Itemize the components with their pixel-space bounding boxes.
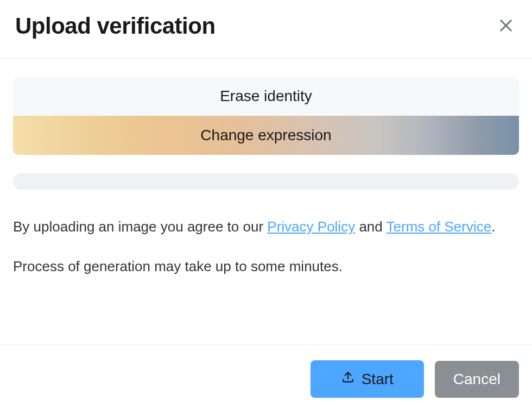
- option-erase-identity[interactable]: Erase identity: [13, 77, 519, 116]
- start-button-label: Start: [362, 371, 394, 388]
- terms-of-service-link[interactable]: Terms of Service: [387, 218, 492, 235]
- modal-header: Upload verification: [0, 0, 532, 58]
- agreement-text: By uploading an image you agree to our P…: [13, 216, 519, 239]
- options-list: Erase identity Change expression: [13, 77, 519, 155]
- close-button[interactable]: [495, 15, 517, 38]
- progress-bar: [13, 173, 519, 190]
- upload-verification-modal: Upload verification Erase identity Chang…: [0, 0, 532, 413]
- cancel-button[interactable]: Cancel: [435, 361, 519, 398]
- cancel-button-label: Cancel: [453, 371, 501, 388]
- privacy-policy-link[interactable]: Privacy Policy: [267, 218, 355, 235]
- agreement-prefix: By uploading an image you agree to our: [13, 218, 267, 235]
- close-icon: [497, 17, 515, 36]
- modal-footer: Start Cancel: [0, 345, 532, 413]
- start-button[interactable]: Start: [311, 360, 424, 398]
- modal-title: Upload verification: [15, 13, 216, 39]
- upload-icon: [341, 370, 355, 388]
- agreement-suffix: .: [491, 218, 495, 235]
- agreement-middle: and: [355, 218, 386, 235]
- generation-note: Process of generation may take up to som…: [13, 256, 519, 277]
- option-change-expression[interactable]: Change expression: [13, 116, 519, 155]
- modal-body: Erase identity Change expression By uplo…: [0, 58, 532, 345]
